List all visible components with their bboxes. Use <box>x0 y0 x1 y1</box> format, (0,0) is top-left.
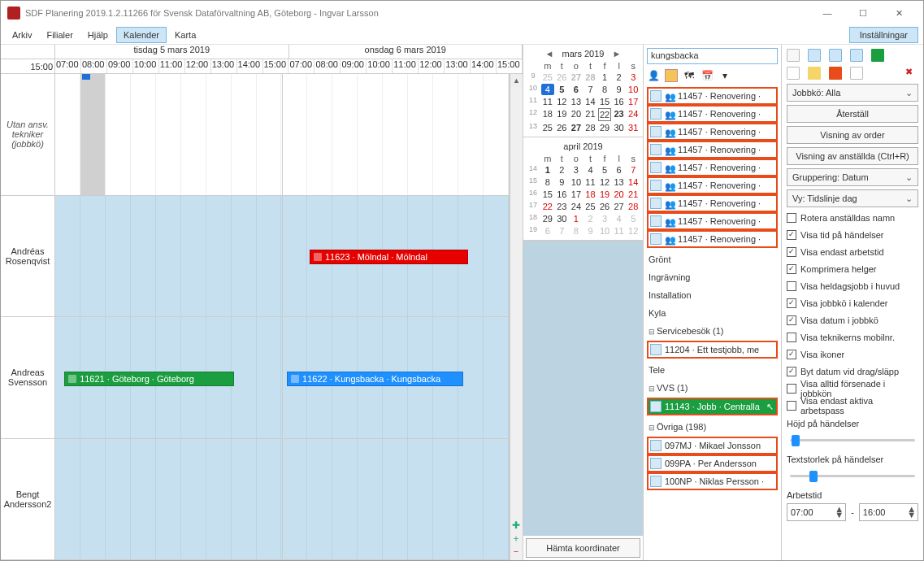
job-item[interactable]: 097MJ · Mikael Jonsson <box>647 437 778 454</box>
cal-day[interactable]: 25 <box>541 122 554 133</box>
cal-day[interactable]: 3 <box>598 213 611 224</box>
cal-day[interactable]: 11 <box>584 176 597 188</box>
cal-day[interactable]: 21 <box>584 108 597 121</box>
cal-day[interactable]: 13 <box>570 96 583 107</box>
check-rotera[interactable]: Rotera anställdas namn <box>787 211 918 224</box>
cal-day[interactable]: 17 <box>627 96 640 107</box>
cal-day[interactable]: 1 <box>541 164 554 176</box>
textsize-slider[interactable] <box>787 468 918 484</box>
cat-ingravning[interactable]: Ingrävning <box>647 269 778 284</box>
fetch-coordinates-button[interactable]: Hämta koordinater <box>526 538 640 558</box>
cal-next[interactable]: ► <box>609 49 624 59</box>
cal-day[interactable]: 14 <box>584 96 597 107</box>
cal-day[interactable]: 12 <box>627 225 640 237</box>
job-item[interactable]: 👥11457 · Renovering · <box>647 176 778 194</box>
cat-service[interactable]: ⊟Servicebesök (1) <box>647 323 778 337</box>
cal-day[interactable]: 21 <box>627 189 640 200</box>
job-item[interactable]: 👥11457 · Renovering · <box>647 87 778 105</box>
check-heldag[interactable]: Visa heldagsjobb i huvud <box>787 279 918 293</box>
cal-day[interactable]: 12 <box>598 176 611 188</box>
cal-day[interactable]: 19 <box>556 108 569 121</box>
day-header-1[interactable]: tisdag 5 mars 2019 <box>55 45 289 59</box>
cal-day[interactable]: 3 <box>627 72 640 83</box>
check-jobbko-kal[interactable]: Visa jobbkö i kalender <box>787 296 918 310</box>
grouping-select[interactable]: Gruppering: Datum⌄ <box>787 168 918 186</box>
cal-day[interactable]: 31 <box>627 122 640 133</box>
cal-day[interactable]: 20 <box>613 189 626 200</box>
doc-green-icon[interactable] <box>871 49 884 62</box>
dropdown-icon[interactable]: ▾ <box>718 69 731 82</box>
check-forsenade[interactable]: Visa alltid försenade i jobbkön <box>787 381 918 395</box>
cal-day[interactable]: 4 <box>613 213 626 224</box>
event-11621[interactable]: 11621 · Göteborg · Göteborg <box>64 372 234 386</box>
check-arbetstid[interactable]: Visa endast arbetstid <box>787 245 918 259</box>
zoom-in-icon[interactable]: ＋ <box>511 533 521 544</box>
cal-day[interactable]: 27 <box>570 122 583 133</box>
view-order-button[interactable]: Visning av order <box>787 126 918 144</box>
zoom-out-icon[interactable]: － <box>511 546 521 557</box>
cal-day[interactable]: 5 <box>598 164 611 176</box>
cal-day[interactable]: 28 <box>584 122 597 133</box>
cal-day[interactable]: 27 <box>570 72 583 83</box>
cal-day[interactable]: 30 <box>556 213 569 224</box>
job-item[interactable]: 👥11457 · Renovering · <box>647 123 778 141</box>
doc-blue-icon[interactable] <box>808 49 821 62</box>
cal-day[interactable]: 17 <box>570 189 583 200</box>
cal-day[interactable]: 24 <box>570 201 583 212</box>
cal-day[interactable]: 5 <box>556 84 569 95</box>
cal-day[interactable]: 10 <box>570 176 583 188</box>
person-icon[interactable]: 👤 <box>647 69 660 82</box>
doc-red-icon[interactable] <box>829 67 842 80</box>
event-11623[interactable]: 11623 · Mölndal · Mölndal <box>310 250 468 264</box>
cal-day[interactable]: 18 <box>584 189 597 200</box>
cal-day[interactable]: 9 <box>584 225 597 237</box>
cal-day[interactable]: 16 <box>556 189 569 200</box>
cal-day[interactable]: 26 <box>556 72 569 83</box>
cal-day[interactable]: 6 <box>541 225 554 237</box>
cal-day[interactable]: 3 <box>570 164 583 176</box>
cal-day[interactable]: 22 <box>598 108 611 121</box>
map-icon[interactable]: 🗺 <box>683 69 696 82</box>
cal-day[interactable]: 9 <box>556 176 569 188</box>
cat-tele[interactable]: Tele <box>647 362 778 376</box>
jobbko-select[interactable]: Jobbkö: Alla⌄ <box>787 84 918 102</box>
job-item[interactable]: 100NP · Niklas Persson · <box>647 472 778 490</box>
doc-blue3-icon[interactable] <box>850 49 863 62</box>
cal-day[interactable]: 30 <box>613 122 626 133</box>
doc2-icon[interactable] <box>787 67 800 80</box>
cal-day[interactable]: 18 <box>541 108 554 121</box>
cal-day[interactable]: 9 <box>613 84 626 95</box>
cal-day[interactable]: 28 <box>627 201 640 212</box>
cal-day[interactable]: 23 <box>613 108 626 121</box>
cal-day[interactable]: 29 <box>541 213 554 224</box>
cal-day[interactable]: 2 <box>613 72 626 83</box>
cal-day[interactable]: 14 <box>627 176 640 188</box>
cal-prev[interactable]: ◄ <box>542 49 557 59</box>
menu-filialer[interactable]: Filialer <box>40 28 79 42</box>
menu-karta[interactable]: Karta <box>168 28 202 42</box>
cat-kyla[interactable]: Kyla <box>647 305 778 320</box>
cal-day[interactable]: 27 <box>613 201 626 212</box>
check-ikoner[interactable]: Visa ikoner <box>787 347 918 361</box>
job-item[interactable]: 👥11457 · Renovering · <box>647 230 778 248</box>
cal-day[interactable]: 7 <box>584 84 597 95</box>
cal-day[interactable]: 22 <box>541 201 554 212</box>
job-item[interactable]: 👥11457 · Renovering · <box>647 194 778 212</box>
job-item[interactable]: 👥11457 · Renovering · <box>647 159 778 176</box>
cal-day[interactable]: 1 <box>598 72 611 83</box>
job-item[interactable]: 👥11457 · Renovering · <box>647 141 778 159</box>
cal-day[interactable]: 7 <box>627 164 640 176</box>
cal-day[interactable]: 26 <box>556 122 569 133</box>
timeline-scrollbar[interactable]: ▲ ✚ ＋ － <box>510 74 523 560</box>
cal-day[interactable]: 15 <box>541 189 554 200</box>
cal-day[interactable]: 28 <box>584 72 597 83</box>
timeline-plus-icon[interactable]: ✚ <box>512 520 520 531</box>
cal-day[interactable]: 25 <box>584 201 597 212</box>
cal-day[interactable]: 13 <box>613 176 626 188</box>
cal-day[interactable]: 5 <box>627 213 640 224</box>
cal-day[interactable]: 8 <box>598 84 611 95</box>
cal-day[interactable]: 26 <box>598 201 611 212</box>
close-button[interactable]: ✕ <box>881 2 917 24</box>
cat-installation[interactable]: Installation <box>647 287 778 302</box>
cal-day[interactable]: 16 <box>613 96 626 107</box>
